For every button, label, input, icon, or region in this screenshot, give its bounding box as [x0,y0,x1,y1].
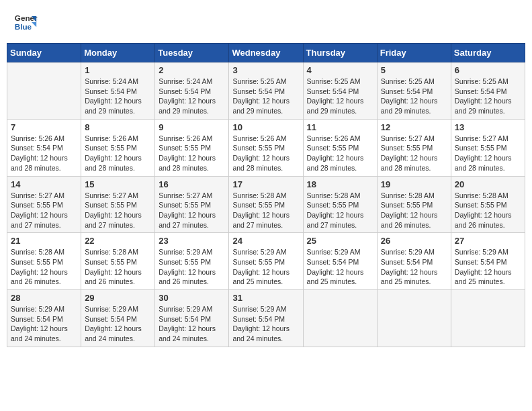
day-number: 22 [85,236,151,246]
day-info: Sunrise: 5:29 AM Sunset: 5:55 PM Dayligh… [159,247,225,287]
day-info: Sunrise: 5:26 AM Sunset: 5:55 PM Dayligh… [159,134,225,173]
day-number: 1 [85,65,151,75]
day-number: 28 [11,293,77,303]
day-info: Sunrise: 5:26 AM Sunset: 5:54 PM Dayligh… [11,134,77,173]
day-number: 13 [455,122,521,132]
day-info: Sunrise: 5:29 AM Sunset: 5:54 PM Dayligh… [232,304,299,344]
logo-icon: General Blue [13,10,38,34]
day-number: 20 [455,179,521,189]
calendar-cell: 19Sunrise: 5:28 AM Sunset: 5:55 PM Dayli… [377,176,451,233]
calendar-cell: 18Sunrise: 5:28 AM Sunset: 5:55 PM Dayli… [303,176,377,233]
day-number: 18 [307,179,373,189]
day-info: Sunrise: 5:29 AM Sunset: 5:55 PM Dayligh… [232,247,299,287]
calendar-week-3: 14Sunrise: 5:27 AM Sunset: 5:55 PM Dayli… [7,176,525,233]
day-info: Sunrise: 5:24 AM Sunset: 5:54 PM Dayligh… [159,77,225,116]
calendar-cell: 31Sunrise: 5:29 AM Sunset: 5:54 PM Dayli… [229,290,303,347]
calendar-week-2: 7Sunrise: 5:26 AM Sunset: 5:54 PM Daylig… [7,119,525,176]
day-info: Sunrise: 5:27 AM Sunset: 5:55 PM Dayligh… [159,191,225,230]
day-number: 16 [159,179,225,189]
day-number: 15 [85,179,151,189]
day-number: 31 [232,293,299,303]
day-header-tuesday: Tuesday [155,44,229,62]
day-header-wednesday: Wednesday [229,44,303,62]
day-info: Sunrise: 5:28 AM Sunset: 5:55 PM Dayligh… [85,247,151,287]
calendar-cell: 1Sunrise: 5:24 AM Sunset: 5:54 PM Daylig… [81,62,155,120]
day-number: 17 [232,179,299,189]
day-info: Sunrise: 5:29 AM Sunset: 5:54 PM Dayligh… [381,247,447,287]
day-info: Sunrise: 5:26 AM Sunset: 5:55 PM Dayligh… [307,134,373,173]
day-number: 3 [232,65,299,75]
day-number: 12 [381,122,447,132]
day-number: 30 [159,293,225,303]
calendar-cell: 28Sunrise: 5:29 AM Sunset: 5:54 PM Dayli… [7,290,81,347]
header: General Blue [7,7,525,38]
day-header-thursday: Thursday [303,44,377,62]
day-info: Sunrise: 5:27 AM Sunset: 5:55 PM Dayligh… [11,191,77,230]
calendar-cell [7,62,81,120]
calendar-cell: 3Sunrise: 5:25 AM Sunset: 5:54 PM Daylig… [229,62,303,120]
day-header-monday: Monday [81,44,155,62]
day-info: Sunrise: 5:25 AM Sunset: 5:54 PM Dayligh… [307,77,373,116]
day-number: 7 [11,122,77,132]
calendar-header-row: SundayMondayTuesdayWednesdayThursdayFrid… [7,44,525,62]
day-info: Sunrise: 5:28 AM Sunset: 5:55 PM Dayligh… [11,247,77,287]
day-info: Sunrise: 5:29 AM Sunset: 5:54 PM Dayligh… [307,247,373,287]
calendar-cell: 11Sunrise: 5:26 AM Sunset: 5:55 PM Dayli… [303,119,377,176]
calendar-week-1: 1Sunrise: 5:24 AM Sunset: 5:54 PM Daylig… [7,62,525,120]
day-number: 2 [159,65,225,75]
calendar-cell: 20Sunrise: 5:28 AM Sunset: 5:55 PM Dayli… [451,176,525,233]
day-info: Sunrise: 5:24 AM Sunset: 5:54 PM Dayligh… [85,77,151,116]
calendar-cell: 30Sunrise: 5:29 AM Sunset: 5:54 PM Dayli… [155,290,229,347]
day-info: Sunrise: 5:29 AM Sunset: 5:54 PM Dayligh… [11,304,77,344]
day-number: 25 [307,236,373,246]
day-number: 27 [455,236,521,246]
day-number: 11 [307,122,373,132]
day-number: 19 [381,179,447,189]
calendar-cell: 5Sunrise: 5:25 AM Sunset: 5:54 PM Daylig… [377,62,451,120]
calendar-table: SundayMondayTuesdayWednesdayThursdayFrid… [7,43,525,347]
calendar-cell: 17Sunrise: 5:28 AM Sunset: 5:55 PM Dayli… [229,176,303,233]
calendar-cell: 14Sunrise: 5:27 AM Sunset: 5:55 PM Dayli… [7,176,81,233]
day-number: 29 [85,293,151,303]
calendar-cell [377,290,451,347]
day-number: 5 [381,65,447,75]
calendar-cell: 6Sunrise: 5:25 AM Sunset: 5:54 PM Daylig… [451,62,525,120]
day-number: 23 [159,236,225,246]
day-info: Sunrise: 5:28 AM Sunset: 5:55 PM Dayligh… [381,191,447,230]
day-number: 26 [381,236,447,246]
calendar-cell: 27Sunrise: 5:29 AM Sunset: 5:54 PM Dayli… [451,233,525,290]
calendar-cell: 15Sunrise: 5:27 AM Sunset: 5:55 PM Dayli… [81,176,155,233]
calendar-cell: 26Sunrise: 5:29 AM Sunset: 5:54 PM Dayli… [377,233,451,290]
day-info: Sunrise: 5:25 AM Sunset: 5:54 PM Dayligh… [455,77,521,116]
day-info: Sunrise: 5:27 AM Sunset: 5:55 PM Dayligh… [381,134,447,173]
day-info: Sunrise: 5:27 AM Sunset: 5:55 PM Dayligh… [85,191,151,230]
day-header-friday: Friday [377,44,451,62]
day-info: Sunrise: 5:28 AM Sunset: 5:55 PM Dayligh… [232,191,299,230]
calendar-cell: 10Sunrise: 5:26 AM Sunset: 5:55 PM Dayli… [229,119,303,176]
day-number: 4 [307,65,373,75]
calendar-cell: 21Sunrise: 5:28 AM Sunset: 5:55 PM Dayli… [7,233,81,290]
svg-marker-3 [32,22,36,27]
calendar-cell: 22Sunrise: 5:28 AM Sunset: 5:55 PM Dayli… [81,233,155,290]
calendar-cell: 25Sunrise: 5:29 AM Sunset: 5:54 PM Dayli… [303,233,377,290]
day-info: Sunrise: 5:25 AM Sunset: 5:54 PM Dayligh… [381,77,447,116]
calendar-cell: 29Sunrise: 5:29 AM Sunset: 5:54 PM Dayli… [81,290,155,347]
day-info: Sunrise: 5:29 AM Sunset: 5:54 PM Dayligh… [455,247,521,287]
day-header-sunday: Sunday [7,44,81,62]
day-info: Sunrise: 5:28 AM Sunset: 5:55 PM Dayligh… [455,191,521,230]
calendar-cell: 24Sunrise: 5:29 AM Sunset: 5:55 PM Dayli… [229,233,303,290]
day-number: 24 [232,236,299,246]
day-number: 21 [11,236,77,246]
day-info: Sunrise: 5:27 AM Sunset: 5:55 PM Dayligh… [455,134,521,173]
calendar-cell: 2Sunrise: 5:24 AM Sunset: 5:54 PM Daylig… [155,62,229,120]
calendar-cell: 7Sunrise: 5:26 AM Sunset: 5:54 PM Daylig… [7,119,81,176]
calendar-cell: 23Sunrise: 5:29 AM Sunset: 5:55 PM Dayli… [155,233,229,290]
day-number: 6 [455,65,521,75]
calendar-cell: 4Sunrise: 5:25 AM Sunset: 5:54 PM Daylig… [303,62,377,120]
day-info: Sunrise: 5:29 AM Sunset: 5:54 PM Dayligh… [159,304,225,344]
calendar-cell [303,290,377,347]
calendar-cell: 12Sunrise: 5:27 AM Sunset: 5:55 PM Dayli… [377,119,451,176]
day-number: 10 [232,122,299,132]
logo: General Blue [13,10,38,34]
calendar-cell: 16Sunrise: 5:27 AM Sunset: 5:55 PM Dayli… [155,176,229,233]
